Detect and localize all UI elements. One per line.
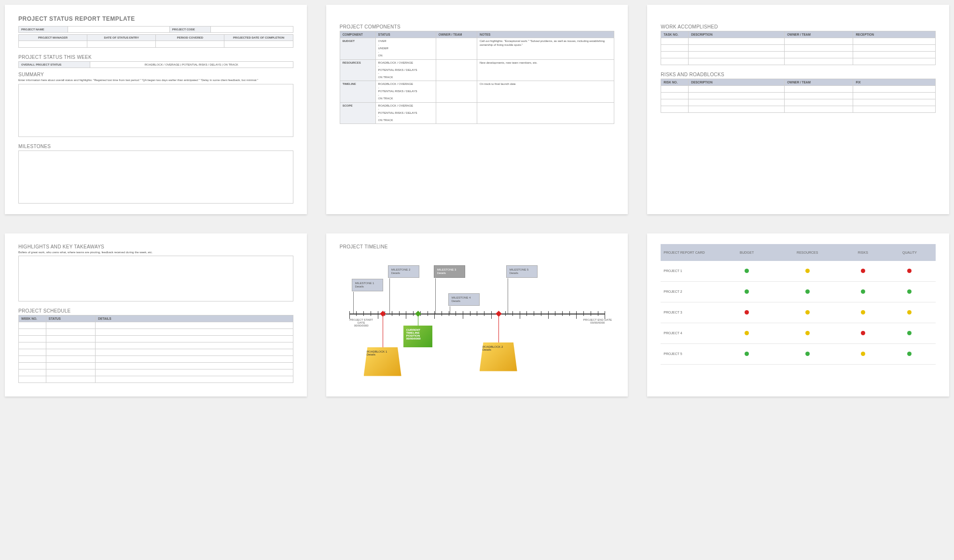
table-cell[interactable]: [689, 52, 785, 58]
highlights-box[interactable]: [18, 256, 293, 301]
status-options: ROADBLOCK / OVERAGE | POTENTIAL RISKS / …: [90, 62, 293, 68]
table-cell[interactable]: [689, 106, 785, 113]
table-cell[interactable]: [689, 45, 785, 52]
table-cell[interactable]: [785, 52, 853, 58]
heading-risks: RISKS AND ROADBLOCKS: [661, 72, 936, 77]
table-cell[interactable]: [19, 363, 46, 369]
table-cell[interactable]: [661, 106, 689, 113]
table-cell[interactable]: [96, 342, 293, 349]
project-label: PROJECT 5: [661, 343, 721, 364]
table-cell[interactable]: [46, 329, 95, 336]
heading-work: WORK ACCOMPLISHED: [661, 24, 936, 29]
component-owner[interactable]: [436, 102, 477, 124]
table-cell[interactable]: [689, 58, 785, 65]
table-cell[interactable]: [96, 322, 293, 329]
table-cell[interactable]: [46, 369, 95, 376]
table-cell[interactable]: [689, 86, 785, 93]
table-cell[interactable]: [853, 52, 936, 58]
table-cell[interactable]: [96, 376, 293, 383]
table-cell[interactable]: [46, 342, 95, 349]
field-date-entry[interactable]: [87, 41, 156, 48]
project-meta-table: PROJECT MANAGER DATE OF STATUS ENTRY PER…: [18, 34, 293, 48]
table-cell[interactable]: [853, 58, 936, 65]
table-cell[interactable]: [853, 106, 936, 113]
status-cell: [884, 302, 936, 323]
table-cell[interactable]: [785, 106, 853, 113]
table-cell[interactable]: [661, 99, 689, 106]
status-cell: [884, 261, 936, 282]
status-cell: [721, 261, 773, 282]
component-owner[interactable]: [436, 38, 477, 60]
table-cell[interactable]: [46, 322, 95, 329]
connector-green: [418, 316, 418, 326]
component-name: BUDGET: [340, 38, 375, 60]
timeline-end-label: PROJECT END DATE00/00/0000: [583, 318, 612, 324]
table-cell[interactable]: [96, 349, 293, 356]
component-owner[interactable]: [436, 81, 477, 103]
field-project-name[interactable]: [68, 27, 169, 33]
connector: [508, 278, 508, 314]
summary-box[interactable]: [18, 84, 293, 137]
timeline-start-label: PROJECT START DATE00/00/0000: [347, 318, 376, 327]
status-cell: [773, 281, 843, 302]
table-cell[interactable]: [19, 356, 46, 363]
table-cell[interactable]: [661, 52, 689, 58]
field-project-code[interactable]: [211, 27, 293, 33]
table-cell[interactable]: [785, 93, 853, 99]
col-header: RECEPTION: [853, 31, 936, 38]
table-cell[interactable]: [96, 363, 293, 369]
table-cell[interactable]: [661, 38, 689, 45]
table-cell[interactable]: [46, 336, 95, 342]
table-cell[interactable]: [689, 99, 785, 106]
table-cell[interactable]: [46, 349, 95, 356]
col-header: COMPONENT: [340, 31, 375, 38]
table-cell[interactable]: [785, 58, 853, 65]
table-cell[interactable]: [689, 38, 785, 45]
status-dot-red: [861, 269, 865, 273]
table-cell[interactable]: [853, 45, 936, 52]
milestones-box[interactable]: [18, 150, 293, 204]
table-cell[interactable]: [19, 369, 46, 376]
table-cell[interactable]: [661, 45, 689, 52]
table-cell[interactable]: [19, 329, 46, 336]
table-cell[interactable]: [661, 58, 689, 65]
table-cell[interactable]: [96, 356, 293, 363]
table-cell[interactable]: [661, 86, 689, 93]
table-cell[interactable]: [19, 336, 46, 342]
timeline-canvas: MILESTONE 1Details MILESTONE 2Details MI…: [340, 251, 615, 386]
table-cell[interactable]: [19, 376, 46, 383]
table-cell[interactable]: [785, 45, 853, 52]
table-cell[interactable]: [689, 93, 785, 99]
table-cell[interactable]: [853, 86, 936, 93]
table-cell[interactable]: [46, 376, 95, 383]
component-status: ROADBLOCK / OVERAGE - POTENTIAL RISKS / …: [375, 59, 436, 81]
status-cell: [843, 281, 884, 302]
col-header: TASK NO.: [661, 31, 689, 38]
table-cell[interactable]: [96, 329, 293, 336]
status-pills-table: OVERALL PROJECT STATUS ROADBLOCK / OVERA…: [18, 61, 293, 68]
table-cell[interactable]: [46, 363, 95, 369]
table-cell[interactable]: [96, 369, 293, 376]
table-cell[interactable]: [853, 38, 936, 45]
field-period[interactable]: [156, 41, 224, 48]
table-cell[interactable]: [853, 99, 936, 106]
heading-milestones: MILESTONES: [18, 144, 293, 149]
table-cell[interactable]: [19, 349, 46, 356]
table-cell[interactable]: [96, 336, 293, 342]
component-notes: Call out highlights: "Exceptional work."…: [477, 38, 614, 60]
page-title: PROJECT STATUS REPORT TEMPLATE: [18, 15, 293, 22]
status-cell: [773, 343, 843, 364]
table-cell[interactable]: [19, 322, 46, 329]
table-cell[interactable]: [853, 93, 936, 99]
field-completion[interactable]: [224, 41, 293, 48]
table-cell[interactable]: [46, 356, 95, 363]
component-owner[interactable]: [436, 59, 477, 81]
table-cell[interactable]: [19, 342, 46, 349]
table-cell[interactable]: [785, 99, 853, 106]
table-cell[interactable]: [785, 38, 853, 45]
table-cell[interactable]: [785, 86, 853, 93]
table-cell[interactable]: [661, 93, 689, 99]
field-pm[interactable]: [19, 41, 87, 48]
col-header: NOTES: [477, 31, 614, 38]
status-dot-yellow: [805, 269, 810, 273]
